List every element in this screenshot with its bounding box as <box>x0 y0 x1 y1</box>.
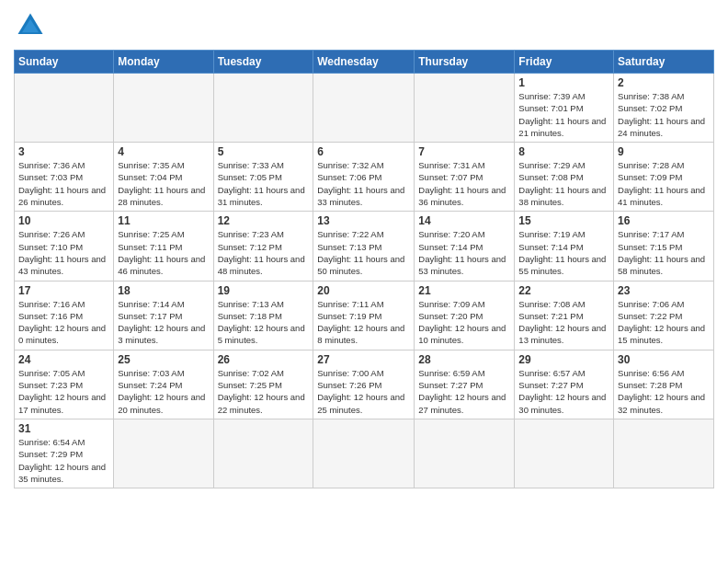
calendar-cell <box>114 419 213 488</box>
day-info: Sunrise: 7:09 AM Sunset: 7:20 PM Dayligh… <box>418 298 510 347</box>
weekday-sunday: Sunday <box>15 51 114 74</box>
day-number: 30 <box>618 353 710 366</box>
calendar-cell: 22Sunrise: 7:08 AM Sunset: 7:21 PM Dayli… <box>515 281 614 350</box>
day-info: Sunrise: 6:57 AM Sunset: 7:27 PM Dayligh… <box>518 367 609 416</box>
day-number: 1 <box>518 76 609 89</box>
day-info: Sunrise: 6:54 AM Sunset: 7:29 PM Dayligh… <box>18 436 109 485</box>
calendar-cell: 27Sunrise: 7:00 AM Sunset: 7:26 PM Dayli… <box>313 350 415 419</box>
calendar-cell: 19Sunrise: 7:13 AM Sunset: 7:18 PM Dayli… <box>213 281 313 350</box>
page: SundayMondayTuesdayWednesdayThursdayFrid… <box>0 0 728 563</box>
calendar-cell: 11Sunrise: 7:25 AM Sunset: 7:11 PM Dayli… <box>114 212 213 281</box>
calendar-cell <box>114 74 213 143</box>
day-info: Sunrise: 7:35 AM Sunset: 7:04 PM Dayligh… <box>118 159 209 208</box>
week-row-2: 3Sunrise: 7:36 AM Sunset: 7:03 PM Daylig… <box>15 143 714 212</box>
day-number: 12 <box>218 214 310 227</box>
calendar-cell: 21Sunrise: 7:09 AM Sunset: 7:20 PM Dayli… <box>415 281 515 350</box>
day-number: 15 <box>518 214 609 227</box>
calendar-cell: 1Sunrise: 7:39 AM Sunset: 7:01 PM Daylig… <box>515 74 614 143</box>
calendar: SundayMondayTuesdayWednesdayThursdayFrid… <box>14 50 714 488</box>
day-info: Sunrise: 7:11 AM Sunset: 7:19 PM Dayligh… <box>317 298 410 347</box>
week-row-1: 1Sunrise: 7:39 AM Sunset: 7:01 PM Daylig… <box>15 74 714 143</box>
weekday-thursday: Thursday <box>415 51 515 74</box>
calendar-cell <box>313 74 415 143</box>
calendar-cell <box>313 419 415 488</box>
day-number: 10 <box>18 214 109 227</box>
day-info: Sunrise: 7:26 AM Sunset: 7:10 PM Dayligh… <box>18 228 109 277</box>
calendar-cell: 4Sunrise: 7:35 AM Sunset: 7:04 PM Daylig… <box>114 143 213 212</box>
calendar-cell: 29Sunrise: 6:57 AM Sunset: 7:27 PM Dayli… <box>515 350 614 419</box>
calendar-cell <box>213 419 313 488</box>
day-number: 27 <box>317 353 410 366</box>
day-number: 8 <box>518 145 609 158</box>
calendar-header: SundayMondayTuesdayWednesdayThursdayFrid… <box>15 51 714 74</box>
header <box>14 9 714 42</box>
day-info: Sunrise: 7:29 AM Sunset: 7:08 PM Dayligh… <box>518 159 609 208</box>
day-number: 14 <box>418 214 510 227</box>
calendar-cell: 28Sunrise: 6:59 AM Sunset: 7:27 PM Dayli… <box>415 350 515 419</box>
day-info: Sunrise: 7:22 AM Sunset: 7:13 PM Dayligh… <box>317 228 410 277</box>
day-number: 21 <box>418 284 510 297</box>
calendar-cell: 9Sunrise: 7:28 AM Sunset: 7:09 PM Daylig… <box>614 143 714 212</box>
calendar-cell: 26Sunrise: 7:02 AM Sunset: 7:25 PM Dayli… <box>213 350 313 419</box>
calendar-cell <box>415 74 515 143</box>
calendar-cell: 7Sunrise: 7:31 AM Sunset: 7:07 PM Daylig… <box>415 143 515 212</box>
calendar-cell: 15Sunrise: 7:19 AM Sunset: 7:14 PM Dayli… <box>515 212 614 281</box>
calendar-cell: 3Sunrise: 7:36 AM Sunset: 7:03 PM Daylig… <box>15 143 114 212</box>
calendar-cell: 18Sunrise: 7:14 AM Sunset: 7:17 PM Dayli… <box>114 281 213 350</box>
week-row-4: 17Sunrise: 7:16 AM Sunset: 7:16 PM Dayli… <box>15 281 714 350</box>
day-info: Sunrise: 6:59 AM Sunset: 7:27 PM Dayligh… <box>418 367 510 416</box>
calendar-cell: 14Sunrise: 7:20 AM Sunset: 7:14 PM Dayli… <box>415 212 515 281</box>
day-number: 31 <box>18 422 109 435</box>
day-info: Sunrise: 7:06 AM Sunset: 7:22 PM Dayligh… <box>618 298 710 347</box>
calendar-cell <box>213 74 313 143</box>
day-number: 9 <box>618 145 710 158</box>
logo-icon <box>14 9 47 42</box>
day-info: Sunrise: 7:08 AM Sunset: 7:21 PM Dayligh… <box>518 298 609 347</box>
day-number: 28 <box>418 353 510 366</box>
calendar-cell <box>15 74 114 143</box>
day-info: Sunrise: 7:23 AM Sunset: 7:12 PM Dayligh… <box>218 228 310 277</box>
calendar-cell: 24Sunrise: 7:05 AM Sunset: 7:23 PM Dayli… <box>15 350 114 419</box>
day-info: Sunrise: 7:16 AM Sunset: 7:16 PM Dayligh… <box>18 298 109 347</box>
week-row-6: 31Sunrise: 6:54 AM Sunset: 7:29 PM Dayli… <box>15 419 714 488</box>
day-info: Sunrise: 7:32 AM Sunset: 7:06 PM Dayligh… <box>317 159 410 208</box>
weekday-monday: Monday <box>114 51 213 74</box>
calendar-cell: 30Sunrise: 6:56 AM Sunset: 7:28 PM Dayli… <box>614 350 714 419</box>
day-number: 2 <box>618 76 710 89</box>
weekday-saturday: Saturday <box>614 51 714 74</box>
weekday-tuesday: Tuesday <box>213 51 313 74</box>
day-number: 23 <box>618 284 710 297</box>
day-info: Sunrise: 7:03 AM Sunset: 7:24 PM Dayligh… <box>118 367 209 416</box>
day-number: 29 <box>518 353 609 366</box>
day-info: Sunrise: 7:05 AM Sunset: 7:23 PM Dayligh… <box>18 367 109 416</box>
day-number: 18 <box>118 284 209 297</box>
day-number: 4 <box>118 145 209 158</box>
calendar-cell <box>614 419 714 488</box>
day-number: 5 <box>218 145 310 158</box>
calendar-cell: 25Sunrise: 7:03 AM Sunset: 7:24 PM Dayli… <box>114 350 213 419</box>
day-info: Sunrise: 7:31 AM Sunset: 7:07 PM Dayligh… <box>418 159 510 208</box>
calendar-cell: 20Sunrise: 7:11 AM Sunset: 7:19 PM Dayli… <box>313 281 415 350</box>
calendar-cell: 8Sunrise: 7:29 AM Sunset: 7:08 PM Daylig… <box>515 143 614 212</box>
calendar-cell: 12Sunrise: 7:23 AM Sunset: 7:12 PM Dayli… <box>213 212 313 281</box>
day-info: Sunrise: 7:17 AM Sunset: 7:15 PM Dayligh… <box>618 228 710 277</box>
day-number: 11 <box>118 214 209 227</box>
day-info: Sunrise: 7:13 AM Sunset: 7:18 PM Dayligh… <box>218 298 310 347</box>
day-info: Sunrise: 7:00 AM Sunset: 7:26 PM Dayligh… <box>317 367 410 416</box>
calendar-cell: 6Sunrise: 7:32 AM Sunset: 7:06 PM Daylig… <box>313 143 415 212</box>
day-number: 7 <box>418 145 510 158</box>
day-number: 24 <box>18 353 109 366</box>
day-number: 3 <box>18 145 109 158</box>
weekday-friday: Friday <box>515 51 614 74</box>
calendar-cell: 5Sunrise: 7:33 AM Sunset: 7:05 PM Daylig… <box>213 143 313 212</box>
day-info: Sunrise: 7:20 AM Sunset: 7:14 PM Dayligh… <box>418 228 510 277</box>
calendar-cell: 2Sunrise: 7:38 AM Sunset: 7:02 PM Daylig… <box>614 74 714 143</box>
day-number: 19 <box>218 284 310 297</box>
calendar-body: 1Sunrise: 7:39 AM Sunset: 7:01 PM Daylig… <box>15 74 714 488</box>
week-row-3: 10Sunrise: 7:26 AM Sunset: 7:10 PM Dayli… <box>15 212 714 281</box>
week-row-5: 24Sunrise: 7:05 AM Sunset: 7:23 PM Dayli… <box>15 350 714 419</box>
calendar-cell <box>415 419 515 488</box>
weekday-header-row: SundayMondayTuesdayWednesdayThursdayFrid… <box>15 51 714 74</box>
day-number: 25 <box>118 353 209 366</box>
calendar-cell: 16Sunrise: 7:17 AM Sunset: 7:15 PM Dayli… <box>614 212 714 281</box>
